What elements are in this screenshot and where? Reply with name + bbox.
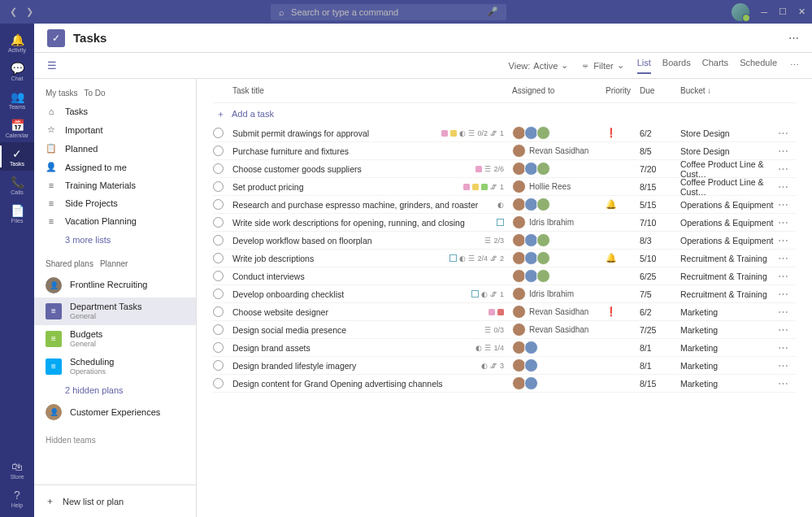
assignees[interactable]: Revan Sasidhan <box>512 305 606 319</box>
col-due[interactable]: Due <box>640 86 680 95</box>
task-row[interactable]: Choose customer goods suppliers☰2/67/20C… <box>213 160 796 178</box>
col-title[interactable]: Task title <box>232 86 512 95</box>
row-more-icon[interactable]: ⋯ <box>778 377 788 389</box>
task-row[interactable]: Develop onboarding checklist◐🖇1Idris Ibr… <box>213 285 796 303</box>
list-item[interactable]: 👤Assigned to me <box>34 158 196 176</box>
row-more-icon[interactable]: ⋯ <box>778 359 788 371</box>
rail-item-activity[interactable]: 🔔Activity <box>0 28 34 57</box>
assignees[interactable] <box>512 269 606 283</box>
completion-circle[interactable] <box>213 253 224 263</box>
completion-circle[interactable] <box>213 306 224 317</box>
col-priority[interactable]: Priority <box>606 86 640 95</box>
rail-item-tasks[interactable]: ✓Tasks <box>0 142 34 171</box>
task-row[interactable]: Choose website designerRevan Sasidhan❗6/… <box>213 303 796 321</box>
assignees[interactable]: Idris Ibrahim <box>512 287 606 301</box>
row-more-icon[interactable]: ⋯ <box>778 270 788 282</box>
completion-circle[interactable] <box>213 163 224 174</box>
view-selector[interactable]: View: Active ⌄ <box>509 60 569 71</box>
completion-circle[interactable] <box>213 199 224 210</box>
row-more-icon[interactable]: ⋯ <box>778 252 788 264</box>
completion-circle[interactable] <box>213 271 224 281</box>
row-more-icon[interactable]: ⋯ <box>778 234 788 246</box>
assignees[interactable] <box>512 198 606 211</box>
task-row[interactable]: Submit permit drawings for approval◐☰0/2… <box>213 124 796 142</box>
user-avatar[interactable] <box>732 3 749 21</box>
tab-list[interactable]: List <box>637 58 651 74</box>
list-item[interactable]: ≡Side Projects <box>34 194 196 212</box>
rail-item-calls[interactable]: 📞Calls <box>0 171 34 199</box>
assignees[interactable] <box>512 376 606 390</box>
assignees[interactable]: Hollie Rees <box>512 180 606 193</box>
customer-experiences[interactable]: 👤 Customer Experiences <box>34 400 196 424</box>
row-more-icon[interactable]: ⋯ <box>778 163 788 175</box>
assignees[interactable]: Idris Ibrahim <box>512 215 606 229</box>
new-list-button[interactable]: ＋ New list or plan <box>34 484 196 517</box>
col-bucket[interactable]: Bucket ↓ <box>680 86 778 95</box>
hidden-plans-link[interactable]: 2 hidden plans <box>34 380 196 400</box>
hidden-teams[interactable]: Hidden teams <box>34 424 196 456</box>
completion-circle[interactable] <box>213 128 224 138</box>
task-row[interactable]: Set product pricing🖇1Hollie Rees8/15Coff… <box>213 178 796 196</box>
add-task-button[interactable]: ＋ Add a task <box>213 103 796 124</box>
row-more-icon[interactable]: ⋯ <box>778 324 788 336</box>
row-more-icon[interactable]: ⋯ <box>778 180 788 193</box>
task-row[interactable]: Design content for Grand Opening adverti… <box>213 375 796 393</box>
list-item[interactable]: ≡Training Materials <box>34 176 196 194</box>
completion-circle[interactable] <box>213 289 224 299</box>
plan-item[interactable]: 👤Frontline Recruiting <box>34 273 196 298</box>
assignees[interactable] <box>512 233 606 247</box>
toolbar-more-icon[interactable]: ⋯ <box>790 60 799 71</box>
hamburger-icon[interactable]: ☰ <box>47 59 57 72</box>
assignees[interactable] <box>512 162 606 176</box>
rail-item-teams[interactable]: 👥Teams <box>0 85 34 114</box>
assignees[interactable]: Revan Sasidhan <box>512 323 606 337</box>
row-more-icon[interactable]: ⋯ <box>778 306 788 318</box>
row-more-icon[interactable]: ⋯ <box>778 216 788 228</box>
task-row[interactable]: Design social media presence☰0/3Revan Sa… <box>213 321 796 339</box>
task-row[interactable]: Design brand assets◐☰1/48/1Marketing⋯ <box>213 339 796 357</box>
assignees[interactable] <box>512 251 606 265</box>
task-row[interactable]: Write side work descriptions for opening… <box>213 214 796 232</box>
completion-circle[interactable] <box>213 181 224 192</box>
tab-boards[interactable]: Boards <box>662 58 691 74</box>
rail-item-chat[interactable]: 💬Chat <box>0 57 34 85</box>
more-lists-link[interactable]: 3 more lists <box>34 230 196 250</box>
task-row[interactable]: Research and purchase espresso machine, … <box>213 196 796 214</box>
assignees[interactable] <box>512 358 606 372</box>
task-row[interactable]: Develop workflow based on floorplan☰2/38… <box>213 232 796 250</box>
maximize-button[interactable]: ☐ <box>779 7 787 17</box>
search-input[interactable] <box>291 7 480 17</box>
completion-circle[interactable] <box>213 324 224 335</box>
assignees[interactable] <box>512 126 606 140</box>
rail-item-help[interactable]: ?Help <box>0 484 34 512</box>
close-button[interactable]: ✕ <box>798 7 805 17</box>
filter-selector[interactable]: ⫧ Filter ⌄ <box>581 60 623 71</box>
plan-item[interactable]: ≡Department TasksGeneral <box>34 298 196 325</box>
row-more-icon[interactable]: ⋯ <box>778 127 788 139</box>
list-item[interactable]: ☆Important <box>34 120 196 139</box>
row-more-icon[interactable]: ⋯ <box>778 198 788 211</box>
row-more-icon[interactable]: ⋯ <box>778 145 788 157</box>
back-arrow-icon[interactable]: ❮ <box>7 7 20 17</box>
completion-circle[interactable] <box>213 235 224 245</box>
col-assigned[interactable]: Assigned to <box>512 86 606 95</box>
rail-item-store[interactable]: 🛍Store <box>0 455 34 484</box>
completion-circle[interactable] <box>213 360 224 371</box>
rail-item-calendar[interactable]: 📅Calendar <box>0 114 34 142</box>
completion-circle[interactable] <box>213 342 224 353</box>
row-more-icon[interactable]: ⋯ <box>778 288 788 300</box>
completion-circle[interactable] <box>213 378 224 389</box>
list-item[interactable]: ⌂Tasks <box>34 102 196 120</box>
rail-item-files[interactable]: 📄Files <box>0 199 34 228</box>
plan-item[interactable]: ≡BudgetsGeneral <box>34 325 196 353</box>
mic-icon[interactable]: 🎤 <box>487 7 498 17</box>
list-item[interactable]: 📋Planned <box>34 139 196 158</box>
assignees[interactable] <box>512 341 606 354</box>
completion-circle[interactable] <box>213 146 224 156</box>
list-item[interactable]: ≡Vacation Planning <box>34 212 196 230</box>
task-row[interactable]: Purchase furniture and fixturesRevan Sas… <box>213 142 796 160</box>
page-more-icon[interactable]: ⋯ <box>788 32 799 44</box>
search-container[interactable]: ⌕ 🎤 <box>271 4 506 20</box>
completion-circle[interactable] <box>213 217 224 228</box>
row-more-icon[interactable]: ⋯ <box>778 341 788 354</box>
